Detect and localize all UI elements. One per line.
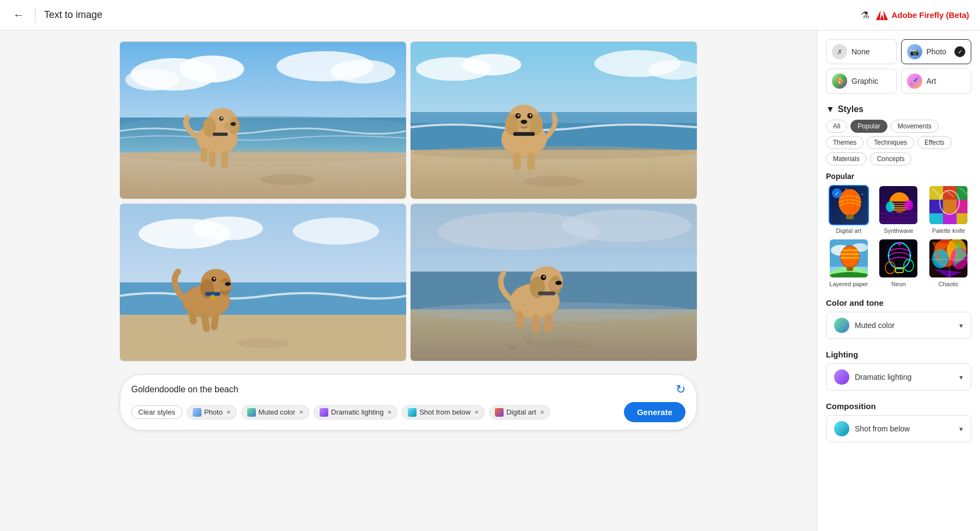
svg-point-61 xyxy=(213,278,215,280)
style-grid: ✓ Digital art xyxy=(826,185,971,287)
chevron-down-icon: ▼ xyxy=(826,104,835,114)
composition-dropdown[interactable]: Shot from below ▾ xyxy=(826,415,971,442)
app-header: ← Text to image ⚗ Adobe Firefly (Beta) xyxy=(0,0,980,30)
tag-muted-color-label: Muted color xyxy=(259,408,296,416)
tag-digital-art-close[interactable]: × xyxy=(539,409,544,416)
color-tone-chevron-icon: ▾ xyxy=(959,322,963,330)
image-cell-4[interactable] xyxy=(411,203,697,361)
svg-rect-126 xyxy=(943,213,957,225)
filter-movements[interactable]: Movements xyxy=(891,120,939,133)
svg-point-7 xyxy=(120,116,406,135)
svg-point-95 xyxy=(846,188,847,189)
svg-rect-120 xyxy=(943,186,957,200)
color-tone-title: Color and tone xyxy=(826,298,971,307)
image-cell-3[interactable] xyxy=(120,203,406,361)
svg-point-42 xyxy=(530,115,531,116)
art-label: Art xyxy=(927,77,936,85)
svg-rect-52 xyxy=(120,315,406,361)
tag-photo-close[interactable]: × xyxy=(225,409,231,416)
svg-rect-135 xyxy=(847,267,853,271)
tag-dramatic-lighting-label: Dramatic lighting xyxy=(331,408,384,416)
digital-art-check: ✓ xyxy=(832,188,842,198)
prompt-input[interactable] xyxy=(131,385,676,394)
svg-rect-127 xyxy=(957,213,969,225)
color-tone-value: Muted color xyxy=(855,321,954,330)
svg-point-32 xyxy=(411,146,697,159)
flask-icon: ⚗ xyxy=(861,9,869,21)
clear-styles-button[interactable]: Clear styles xyxy=(131,405,182,419)
content-type-photo[interactable]: 📷 Photo ✓ xyxy=(901,39,972,64)
style-item-chaotic[interactable]: Chaotic xyxy=(926,238,971,287)
style-item-palette-knife[interactable]: Palette knife xyxy=(926,185,971,234)
chaotic-preview xyxy=(929,239,969,279)
style-thumb-digital-art: ✓ xyxy=(829,185,869,225)
svg-point-50 xyxy=(293,218,379,245)
synthwave-preview xyxy=(879,186,918,225)
color-tone-dropdown[interactable]: Muted color ▾ xyxy=(826,312,971,339)
svg-rect-122 xyxy=(929,200,943,213)
svg-point-83 xyxy=(543,276,545,278)
styles-section: ▼ Styles All Popular Movements Themes Te… xyxy=(826,104,971,287)
svg-rect-19 xyxy=(209,151,216,168)
lighting-dropdown[interactable]: Dramatic lighting ▾ xyxy=(826,363,971,391)
style-thumb-layered-paper xyxy=(829,238,869,279)
style-name-palette-knife: Palette knife xyxy=(932,227,965,234)
filter-concepts[interactable]: Concepts xyxy=(870,152,912,165)
palette-knife-preview xyxy=(929,186,969,225)
svg-rect-44 xyxy=(527,153,535,170)
tag-shot-from-below-close[interactable]: × xyxy=(473,409,479,416)
style-thumb-palette-knife xyxy=(928,185,969,225)
tag-muted-color-close[interactable]: × xyxy=(298,409,303,416)
prompt-tags-row: Clear styles Photo × Muted color × Drama… xyxy=(131,402,685,422)
style-item-neon[interactable]: Neon xyxy=(876,238,922,287)
style-thumb-synthwave xyxy=(878,185,918,225)
svg-point-66 xyxy=(210,295,216,300)
filter-all[interactable]: All xyxy=(826,120,847,133)
style-item-layered-paper[interactable]: Layered paper xyxy=(826,238,872,287)
style-item-digital-art[interactable]: ✓ Digital art xyxy=(826,185,872,234)
tag-dramatic-lighting-close[interactable]: × xyxy=(387,409,392,416)
tag-muted-color: Muted color × xyxy=(241,405,310,419)
lighting-chevron-icon: ▾ xyxy=(959,373,963,381)
filter-popular[interactable]: Popular xyxy=(850,120,887,133)
tag-shot-from-below-label: Shot from below xyxy=(419,408,470,416)
generated-image-1 xyxy=(120,41,406,199)
color-tone-section: Color and tone Muted color ▾ xyxy=(826,298,971,339)
refresh-button[interactable]: ↻ xyxy=(676,382,685,397)
composition-title: Composition xyxy=(826,402,971,411)
svg-point-144 xyxy=(887,255,890,257)
neon-preview xyxy=(879,239,918,279)
svg-point-89 xyxy=(525,340,533,344)
tag-photo: Photo × xyxy=(187,405,237,419)
header-right: ⚗ Adobe Firefly (Beta) xyxy=(861,9,969,21)
content-type-art[interactable]: 🖌️ Art xyxy=(901,69,972,94)
filter-effects[interactable]: Effects xyxy=(917,136,951,149)
main-layout: ↻ Clear styles Photo × Muted color × Dra… xyxy=(0,30,980,531)
generated-image-2 xyxy=(411,41,697,199)
style-name-synthwave: Synthwave xyxy=(884,227,914,234)
svg-point-117 xyxy=(904,200,913,211)
svg-rect-125 xyxy=(929,213,943,225)
generated-image-4 xyxy=(411,203,697,361)
graphic-icon: 🎨 xyxy=(832,73,847,89)
muted-color-icon xyxy=(834,318,849,333)
content-type-none[interactable]: ✗ None xyxy=(826,39,897,64)
filter-techniques[interactable]: Techniques xyxy=(867,136,914,149)
lighting-value: Dramatic lighting xyxy=(855,373,954,381)
styles-label: Styles xyxy=(838,104,863,114)
content-type-graphic[interactable]: 🎨 Graphic xyxy=(826,69,897,94)
filter-themes[interactable]: Themes xyxy=(826,136,863,149)
svg-rect-51 xyxy=(120,282,406,318)
styles-header[interactable]: ▼ Styles xyxy=(826,104,971,114)
graphic-label: Graphic xyxy=(852,77,878,85)
style-name-neon: Neon xyxy=(891,281,905,287)
svg-point-16 xyxy=(230,122,236,126)
generate-button[interactable]: Generate xyxy=(624,402,685,422)
image-cell-2[interactable] xyxy=(411,41,697,199)
style-item-synthwave[interactable]: Synthwave xyxy=(876,185,922,234)
back-button[interactable]: ← xyxy=(11,7,26,23)
style-name-digital-art: Digital art xyxy=(836,227,861,234)
filter-materials[interactable]: Materials xyxy=(826,152,867,165)
image-cell-1[interactable] xyxy=(120,41,406,199)
right-sidebar: ✗ None 📷 Photo ✓ 🎨 Graphic 🖌️ Art xyxy=(817,30,980,531)
